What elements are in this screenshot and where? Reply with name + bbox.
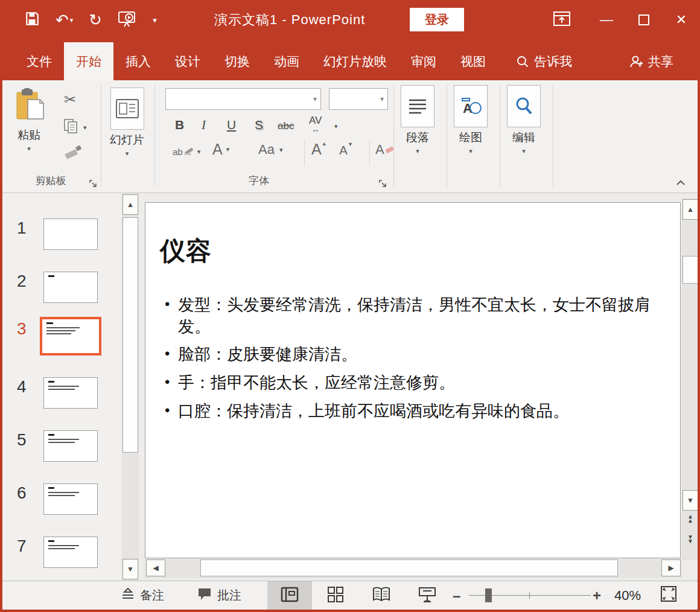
new-slide-dropdown-icon: ▾ [126, 150, 129, 158]
bullet-text: 脸部：皮肤要健康清洁。 [178, 345, 357, 363]
thumbnails-scroll-thumb[interactable] [122, 217, 138, 453]
reading-view-button[interactable] [359, 581, 404, 610]
thumbnail-number: 5 [17, 430, 35, 450]
scroll-up-button[interactable]: ▲ [122, 194, 138, 215]
tab-insert[interactable]: 插入 [113, 42, 163, 80]
slide-horizontal-scrollbar[interactable]: ◀ ▶ [145, 559, 682, 578]
next-slide-button[interactable]: ▼ ▼ [682, 530, 699, 548]
editing-group-button[interactable]: 编辑 ▾ [507, 85, 541, 155]
clear-formatting-button[interactable]: A [375, 142, 395, 158]
font-color-label: A [212, 141, 223, 158]
tell-me-search[interactable]: 告诉我 [508, 42, 581, 80]
quick-access-toolbar: ↶ ▾ ↻ ▾ [24, 0, 157, 40]
drawing-group-button[interactable]: A 绘图 ▾ [454, 85, 488, 155]
copy-button[interactable]: ▾ [63, 118, 87, 137]
notes-toggle-button[interactable]: 备注 [121, 581, 164, 610]
start-slideshow-icon[interactable] [118, 10, 136, 30]
tab-transitions[interactable]: 切换 [212, 42, 262, 80]
slide-canvas[interactable]: 仪容 •发型：头发要经常清洗，保持清洁，男性不宜太长，女士不留披肩发。 •脸部：… [145, 202, 681, 558]
slide-scroll-thumb[interactable] [682, 256, 698, 284]
ribbon-display-options-icon[interactable] [553, 10, 571, 30]
close-button[interactable]: ✕ [663, 0, 700, 40]
highlight-color-button[interactable]: ab ▾ [173, 144, 200, 159]
scroll-left-button[interactable]: ◀ [146, 559, 165, 576]
horizontal-scroll-thumb[interactable] [200, 559, 618, 576]
slide-thumbnail[interactable] [40, 317, 101, 355]
tab-file[interactable]: 文件 [14, 42, 64, 80]
fit-slide-to-window-button[interactable] [660, 581, 677, 610]
scroll-down-button[interactable]: ▼ [682, 490, 698, 511]
undo-button[interactable]: ↶ ▾ [56, 12, 73, 28]
zoom-out-button[interactable]: – [453, 581, 460, 610]
clipboard-dialog-launcher-icon[interactable] [89, 179, 98, 188]
status-bar: 备注 批注 – + 40% [0, 581, 700, 610]
zoom-in-button[interactable]: + [593, 581, 601, 610]
slide-thumbnail[interactable] [43, 430, 98, 462]
decrease-font-size-button[interactable]: A ▼ [339, 143, 353, 158]
slide-thumbnail[interactable] [43, 272, 98, 303]
font-size-combobox[interactable]: ▾ [329, 88, 388, 110]
normal-view-button[interactable] [267, 581, 312, 610]
tab-design[interactable]: 设计 [163, 42, 212, 80]
cut-button[interactable]: ✂ [64, 91, 76, 108]
slideshow-view-button[interactable] [405, 581, 450, 610]
text-shadow-button[interactable]: S [255, 118, 263, 132]
save-icon[interactable] [24, 11, 40, 29]
highlight-label: ab [173, 147, 183, 157]
bullet-item: •发型：头发要经常清洗，保持清洁，男性不宜太长，女士不留披肩发。 [164, 295, 672, 337]
slide-vertical-scrollbar[interactable]: ▲ ▼ [682, 198, 699, 560]
tab-home[interactable]: 开始 [64, 42, 113, 80]
thumbnails-scrollbar[interactable]: ▲ ▼ [122, 193, 139, 581]
previous-slide-button[interactable]: ▲ ▲ [682, 509, 699, 528]
zoom-level[interactable]: 40% [614, 581, 641, 610]
paragraph-group-button[interactable]: 段落 ▾ [401, 85, 434, 155]
slide-thumbnail[interactable] [43, 537, 98, 568]
scroll-right-button[interactable]: ▶ [661, 559, 681, 576]
tab-review[interactable]: 审阅 [399, 42, 448, 80]
change-case-button[interactable]: Aa ▾ [258, 142, 282, 158]
thumbnail-text-line [48, 439, 79, 440]
customize-qat-icon[interactable]: ▾ [153, 16, 157, 25]
thumbnail-text-line [48, 434, 54, 436]
new-slide-button[interactable]: 幻灯片 ▾ [110, 88, 144, 158]
login-button[interactable]: 登录 [410, 8, 464, 31]
zoom-slider-thumb[interactable] [485, 588, 492, 602]
slide-thumbnail[interactable] [43, 218, 98, 250]
slide-sorter-view-button[interactable] [313, 581, 358, 610]
increase-font-size-button[interactable]: A ▲ [311, 141, 327, 158]
slide-thumbnail[interactable] [43, 377, 98, 409]
content-area: 1 2 3 4 5 6 7 ▲ [2, 193, 698, 581]
new-slide-icon [110, 88, 144, 130]
strikethrough-button[interactable]: abc [278, 120, 294, 132]
font-color-dropdown-icon: ▾ [226, 145, 230, 153]
minimize-button[interactable]: — [588, 0, 625, 40]
group-divider [500, 85, 500, 186]
scissors-icon: ✂ [64, 91, 76, 108]
bullet-text: 发型：头发要经常清洗，保持清洁，男性不宜太长，女士不留披肩发。 [178, 296, 651, 336]
font-color-button[interactable]: A ▾ [212, 141, 229, 158]
maximize-button[interactable] [625, 0, 663, 40]
underline-button[interactable]: U [227, 118, 236, 132]
character-spacing-dropdown-icon[interactable]: ▾ [334, 123, 338, 130]
redo-icon[interactable]: ↻ [89, 12, 102, 28]
share-button[interactable]: 共享 [620, 42, 682, 80]
double-down-icon: ▼ [687, 539, 693, 543]
paste-button[interactable]: 粘贴 ▾ [13, 88, 45, 153]
tab-slideshow[interactable]: 幻灯片放映 [311, 42, 399, 80]
comments-toggle-button[interactable]: 批注 [197, 581, 241, 610]
collapse-ribbon-icon[interactable] [676, 177, 686, 188]
scroll-up-button[interactable]: ▲ [682, 199, 698, 220]
group-divider [447, 85, 447, 186]
tab-view[interactable]: 视图 [448, 42, 498, 80]
bold-button[interactable]: B [175, 118, 184, 132]
character-spacing-button[interactable]: AV ↔ [309, 115, 322, 133]
font-name-combobox[interactable]: ▾ [165, 88, 321, 110]
italic-button[interactable]: I [202, 118, 206, 133]
slide-thumbnail[interactable] [43, 483, 98, 515]
tab-animations[interactable]: 动画 [262, 42, 311, 80]
thumbnail-text-line [48, 545, 79, 546]
paste-dropdown-icon: ▾ [27, 145, 31, 153]
font-dialog-launcher-icon[interactable] [379, 179, 387, 188]
format-painter-button[interactable] [63, 143, 83, 164]
scroll-down-button[interactable]: ▼ [122, 559, 138, 579]
